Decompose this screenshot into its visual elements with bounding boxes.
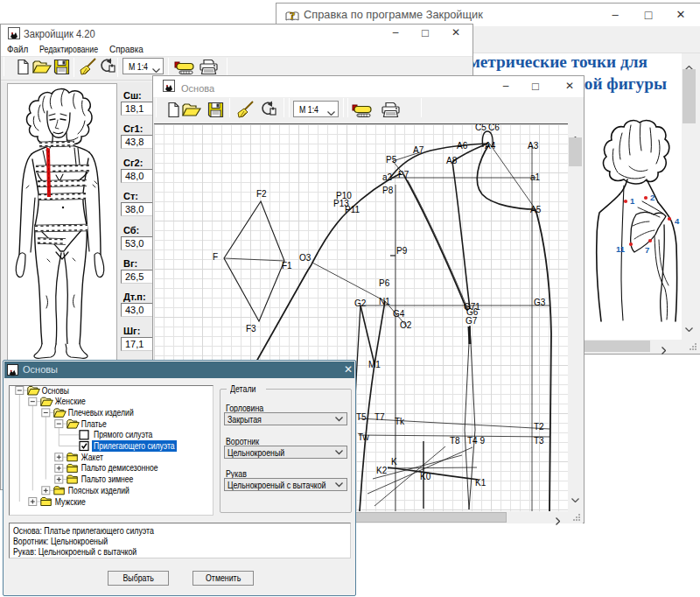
svg-text:P9: P9 [396,246,408,256]
svg-text:Основы: Основы [42,386,69,396]
svg-text:Tw: Tw [358,432,370,442]
svg-text:Tk: Tk [395,417,405,426]
svg-text:Поясных изделий: Поясных изделий [68,485,130,495]
svg-text:T5: T5 [356,412,367,422]
svg-text:Жакет: Жакет [81,452,103,462]
svg-text:T7: T7 [374,412,385,422]
svg-text:G3: G3 [534,298,546,307]
svg-text:Прилегающего силуэта: Прилегающего силуэта [94,440,175,451]
svg-text:T4 9: T4 9 [467,436,485,446]
svg-text:F3: F3 [246,324,256,334]
svg-text:A3: A3 [528,141,539,151]
svg-text:K0: K0 [420,472,431,481]
svg-text:P6: P6 [379,278,390,288]
svg-text:1: 1 [630,196,635,206]
svg-text:M1: M1 [368,360,381,369]
svg-text:7: 7 [645,245,649,255]
svg-text:N1: N1 [379,297,390,306]
svg-text:G7: G7 [466,316,478,326]
svg-text:A6: A6 [457,141,468,151]
svg-text:Мужские: Мужские [55,496,86,507]
svg-text:K1: K1 [475,478,486,488]
svg-text:?: ? [290,9,296,22]
svg-text:K2: K2 [376,466,388,475]
svg-text:O3: O3 [299,253,312,263]
svg-text:Прямого силуэта: Прямого силуэта [94,429,153,439]
svg-text:A7: A7 [413,145,424,155]
svg-text:T3: T3 [534,436,544,446]
svg-text:K: K [391,457,397,467]
svg-text:P7: P7 [398,170,410,179]
svg-text:F2: F2 [256,189,267,199]
svg-text:P8: P8 [382,186,394,195]
svg-text:G4: G4 [393,309,405,319]
svg-text:Пальто демисезонное: Пальто демисезонное [81,462,158,473]
svg-text:11: 11 [616,244,626,254]
svg-text:T2: T2 [534,422,544,432]
svg-text:Платье: Платье [81,418,107,429]
svg-text:A4: A4 [485,141,496,151]
svg-text:C6: C6 [488,124,500,132]
svg-text:P5: P5 [386,155,397,165]
svg-text:P11: P11 [345,205,360,214]
svg-text:T8: T8 [450,436,460,446]
svg-text:a1: a1 [530,172,541,182]
svg-text:A8: A8 [446,156,458,165]
svg-text:Женские: Женские [55,396,86,406]
svg-text:F1: F1 [282,261,292,270]
svg-text:O2: O2 [400,320,412,330]
svg-text:Плечевых изделий: Плечевых изделий [68,407,134,418]
svg-text:A5: A5 [530,205,542,214]
svg-text:C5: C5 [475,124,486,132]
svg-text:a2: a2 [382,172,393,182]
svg-text:Пальто зимнее: Пальто зимнее [81,474,134,484]
svg-text:G2: G2 [354,298,367,308]
svg-text:2: 2 [650,193,654,202]
svg-text:4: 4 [675,216,680,226]
svg-text:F: F [213,252,218,262]
